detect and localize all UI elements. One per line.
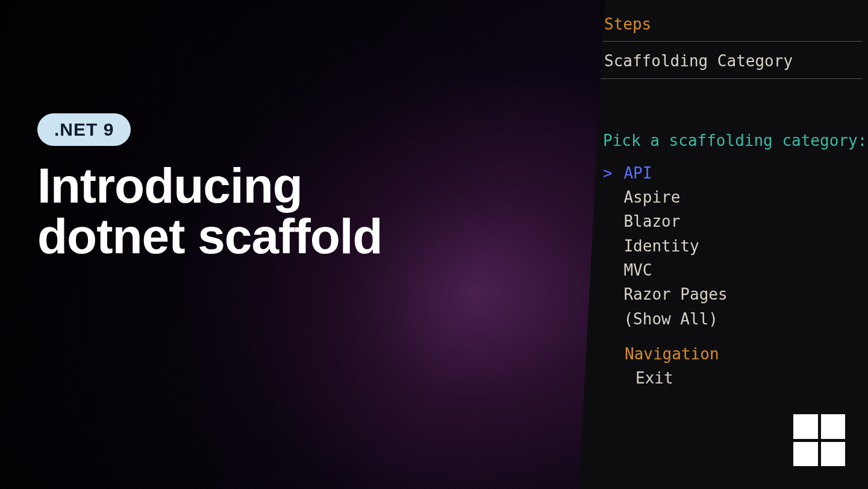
- menu-item-aspire[interactable]: Aspire: [603, 185, 868, 209]
- menu-item-razor-pages[interactable]: Razor Pages: [603, 282, 868, 306]
- menu-item-identity[interactable]: Identity: [603, 234, 868, 258]
- version-badge: .NET 9: [37, 113, 131, 146]
- menu-item-label: MVC: [623, 261, 652, 279]
- menu-item-mvc[interactable]: MVC: [603, 258, 868, 282]
- title-line-2: dotnet scaffold: [37, 209, 382, 263]
- menu-item-label: API: [623, 164, 652, 182]
- selection-caret-icon: >: [603, 161, 614, 185]
- menu-item-label: Blazor: [623, 212, 680, 230]
- menu-item-label: Aspire: [623, 188, 680, 206]
- navigation-label: Navigation: [625, 342, 868, 366]
- steps-label: Steps: [604, 12, 868, 36]
- terminal-prompt: Pick a scaffolding category:: [603, 128, 868, 153]
- divider: [597, 41, 862, 42]
- section-title: Scaffolding Category: [604, 49, 868, 73]
- title-line-1: Introducing: [37, 158, 302, 213]
- menu-item-label: Identity: [623, 237, 699, 255]
- menu-item-label: Razor Pages: [623, 285, 727, 303]
- menu-item-label: Exit: [635, 369, 673, 387]
- category-menu[interactable]: > API Aspire Blazor Identity MVC Razor P…: [603, 161, 868, 331]
- menu-item-show-all[interactable]: (Show All): [603, 307, 868, 331]
- menu-item-blazor[interactable]: Blazor: [603, 209, 868, 233]
- promo-title: Introducing dotnet scaffold: [37, 160, 382, 261]
- divider: [597, 78, 862, 79]
- menu-item-exit[interactable]: Exit: [635, 366, 868, 390]
- promo-left-content: .NET 9 Introducing dotnet scaffold: [37, 113, 382, 261]
- menu-item-api[interactable]: > API: [603, 161, 868, 185]
- menu-item-label: (Show All): [623, 310, 718, 328]
- microsoft-logo-icon: [793, 414, 845, 466]
